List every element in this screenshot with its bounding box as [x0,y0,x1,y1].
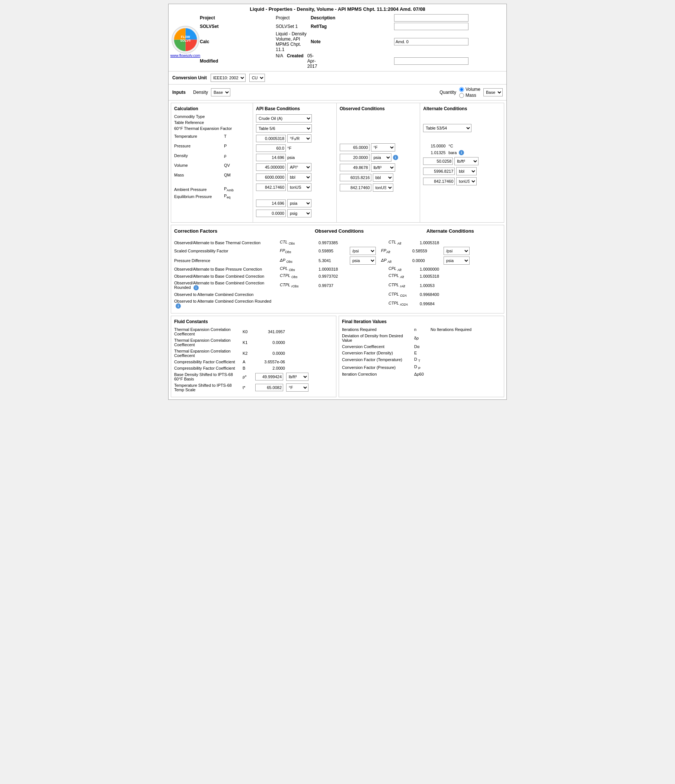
volume-obs-unit[interactable]: bbl [373,173,393,182]
cpl-alt-sym: CPL Alt [388,266,418,272]
volume-api-input[interactable] [256,173,286,181]
fp-label: Scaled Compressibility Factor [174,249,278,253]
density-alt-unit[interactable]: lb/ft³ [454,157,478,165]
table-ref-label: Table Reference [174,120,222,125]
mass-api-input[interactable] [256,184,286,191]
extra-input[interactable] [394,58,469,65]
a-row: Compressibility Factor Coefficient A 3.6… [174,359,333,364]
pressure-alt-info[interactable]: i [459,150,464,155]
mass-obs-input[interactable] [340,184,371,191]
temp-obs-input[interactable] [340,144,369,151]
pressure-obs-input[interactable] [340,154,369,161]
note-input[interactable] [394,38,469,45]
conv-density-sym: E [414,351,429,355]
pressure-symbol: P [224,144,231,148]
corr-row-6: Observed/Alternate to Base Combined Corr… [174,281,501,290]
modified-label: Modified [200,58,274,64]
t-star-unit[interactable]: °F [286,383,309,392]
density-alt-input[interactable] [423,157,453,165]
volume-obs-input[interactable] [340,174,371,181]
description-input[interactable] [394,14,469,22]
cu-select[interactable]: CU [249,74,265,82]
temp-obs-unit[interactable]: °F [371,143,395,151]
dp-obs-unit[interactable]: psia [350,257,376,265]
rho-star-label: Base Density Shifted to IPTS-68 60°F Bas… [174,372,241,381]
inputs-section: Inputs Density Base Quantity Volume Mass [169,84,506,101]
fp-obs-unit[interactable]: /psi [350,247,376,255]
correction-title: Correction Factors [174,228,217,234]
rho-star-unit[interactable]: lb/ft³ [286,373,309,381]
volume-api-unit[interactable]: bbl [287,173,312,181]
pressure-obs-unit[interactable]: psia [371,153,391,162]
iter-correction-row: Iteration Correction Δρ60 [342,372,501,376]
iter-correction-sym: Δρ60 [414,372,429,376]
modified-value: N/A [276,53,283,69]
dp-obs-val: 5.3041 [318,258,348,263]
density-api-unit[interactable]: API° [287,163,312,171]
volume-symbol: QV [224,163,231,168]
equil-pressure-input[interactable] [256,210,286,217]
pressure-obs-info[interactable]: i [393,155,398,160]
conv-pressure-row: Conversion Factor (Pressure) D P [342,364,501,370]
density-obs-unit[interactable]: lb/ft³ [371,163,395,172]
amb-pressure-input[interactable] [256,199,286,207]
rho-star-input[interactable] [255,373,283,381]
alpha60-input[interactable] [256,135,286,142]
commodity-select[interactable]: Crude Oil (A) [256,114,312,123]
pressure-alt-value: 1.01325 [423,150,445,155]
temp-api-input[interactable] [256,145,286,152]
dp-alt-sym: ΔP Alt [381,258,411,264]
logo-url[interactable]: www.flowsolv.com [171,54,200,58]
t-star-input[interactable] [255,384,283,391]
mass-alt-unit[interactable]: tonUS [456,177,477,185]
quantity-select[interactable]: Base [483,88,503,96]
ctpl-ro2a-info[interactable]: i [175,303,181,309]
t-star-label: Temperature Shifted to IPTS-68 Temp Scal… [174,383,241,392]
pressure-api-input[interactable] [256,154,286,161]
conv-temp-label: Conversion Factor (Temperature) [342,358,413,362]
ctl-alt-sym: CTL Alt [388,240,418,245]
thermal-exp-label: 60°F Thermal Expansion Factor [174,126,232,131]
dp-alt-unit[interactable]: psia [444,257,470,265]
amb-pressure-unit[interactable]: psia [287,199,312,207]
description-label: Description [311,15,393,20]
volume-radio[interactable] [459,87,464,92]
mass-api-unit[interactable]: tonUS [287,183,312,191]
density-select[interactable]: Base [211,88,230,96]
table-ref-select[interactable]: Table 5/6 [256,124,312,132]
density-api-input[interactable] [256,163,286,171]
alpha60-unit[interactable]: °F₀/R [287,134,312,143]
k2-sym: K2 [243,351,254,356]
pressure-alt-unit: bara [448,150,456,155]
conv-pressure-sym: D P [414,364,429,370]
equil-symbol: Peq [224,194,231,199]
k2-row: Thermal Expansion Correlation Coeffiecen… [174,349,333,358]
conv-density-label: Conversion Factor (Density) [342,351,413,355]
pressure-label: Pressure [174,144,222,148]
density-obs-input[interactable] [340,164,369,171]
fp-alt-unit[interactable]: /psi [444,247,470,255]
ctl-obs-val: 0.9973385 [318,241,356,245]
iterations-val: No Iterations Required [431,327,472,332]
bottom-panels: Fluid Constants Thermal Expansion Correl… [171,316,504,397]
iterations-row: Iterations Required n No Iterations Requ… [342,327,501,332]
mass-radio[interactable] [459,93,464,98]
ctpl-r-obs-sym: CTPL rObs [280,283,317,288]
b-sym: B [243,366,254,370]
calculation-col: Calculation Commodity Type Table Referen… [171,103,253,222]
volume-calc-label: Volume [174,163,222,168]
volume-alt-input[interactable] [423,168,455,175]
mass-symbol: QM [224,173,231,177]
mass-obs-unit[interactable]: tonUS [373,184,393,192]
alt-table-select[interactable]: Table 53/54 [423,124,472,132]
reftag-input[interactable] [394,23,469,30]
amb-pressure-label: Ambient Pressure [174,187,222,192]
conversion-section: Conversion Unit IEEE10: 2002 CU [169,72,506,84]
rho-star-sym: ρ* [243,375,254,379]
equil-pressure-unit[interactable]: psig [287,209,312,218]
conversion-unit-select[interactable]: IEEE10: 2002 [211,74,245,82]
k1-label: Thermal Expansion Correlation Coeffiecen… [174,338,241,347]
volume-alt-unit[interactable]: bbl [456,167,477,175]
ctpl-r-info[interactable]: i [194,285,199,290]
mass-alt-input[interactable] [423,177,455,185]
